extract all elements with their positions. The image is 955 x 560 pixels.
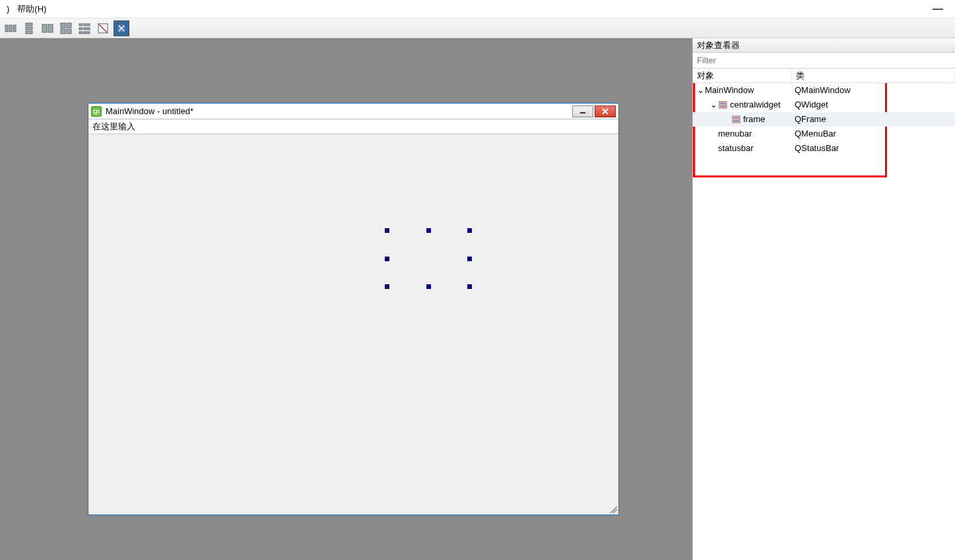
widget-icon — [718, 100, 729, 109]
layout-form-button[interactable] — [77, 20, 92, 36]
window-minimize-fragment — [933, 9, 943, 10]
svg-rect-8 — [61, 23, 65, 28]
designer-canvas-area[interactable]: Qt MainWindow - untitled* 在这里输入 — [0, 38, 692, 560]
svg-rect-26 — [733, 117, 739, 119]
layout-toolbar — [0, 18, 955, 38]
object-inspector-panel: 对象查看器 对象 类 ⌄MainWindowQMainWindow⌄centra… — [692, 38, 955, 560]
layout-split-h-button[interactable] — [40, 20, 55, 36]
svg-rect-22 — [719, 102, 727, 108]
object-filter-input[interactable] — [693, 53, 955, 68]
object-tree-header-class[interactable]: 类 — [792, 69, 955, 82]
object-class-label: QStatusBar — [792, 141, 955, 156]
resize-handle-e[interactable] — [467, 257, 472, 261]
layout-break-button[interactable] — [95, 20, 111, 36]
object-tree-row[interactable]: ⌄MainWindowQMainWindow — [693, 83, 955, 98]
resize-handle-n[interactable] — [426, 228, 431, 233]
object-tree-header[interactable]: 对象 类 — [693, 69, 955, 83]
tree-expander-icon[interactable]: ⌄ — [709, 98, 718, 112]
object-name-label: MainWindow — [705, 83, 754, 98]
svg-rect-16 — [79, 32, 82, 34]
form-preview-window[interactable]: Qt MainWindow - untitled* 在这里输入 — [88, 103, 619, 515]
svg-rect-12 — [79, 24, 82, 26]
preview-close-button[interactable] — [595, 106, 616, 117]
object-class-label: QWidget — [792, 98, 955, 112]
object-tree-row[interactable]: frameQFrame — [693, 112, 955, 127]
svg-rect-25 — [732, 116, 740, 123]
svg-rect-14 — [79, 28, 82, 30]
preview-minimize-button[interactable] — [572, 106, 593, 117]
svg-rect-2 — [13, 25, 16, 32]
resize-handle-se[interactable] — [467, 284, 472, 289]
object-class-label: QMainWindow — [792, 83, 955, 98]
menu-help[interactable]: 帮助(H) — [13, 0, 50, 18]
layout-grid-button[interactable] — [58, 20, 74, 36]
svg-rect-15 — [84, 28, 90, 30]
svg-line-19 — [98, 24, 108, 33]
svg-rect-7 — [48, 24, 53, 32]
layout-vertical-button[interactable] — [21, 20, 37, 36]
tree-expander-icon[interactable]: ⌄ — [696, 83, 705, 98]
form-preview-title: MainWindow - untitled* — [106, 106, 568, 116]
svg-rect-6 — [42, 24, 47, 32]
svg-rect-4 — [26, 27, 32, 30]
svg-rect-1 — [9, 25, 12, 32]
layout-adjust-size-button[interactable] — [114, 20, 129, 36]
svg-rect-3 — [26, 23, 32, 26]
svg-rect-17 — [84, 32, 90, 34]
object-tree-row[interactable]: menubarQMenuBar — [693, 127, 955, 141]
app-menubar: ) 帮助(H) — [0, 0, 955, 18]
form-canvas[interactable] — [88, 134, 618, 514]
object-name-label: menubar — [718, 127, 752, 141]
layout-horizontal-button[interactable] — [3, 20, 18, 36]
svg-rect-27 — [733, 120, 739, 121]
resize-handle-s[interactable] — [426, 284, 431, 289]
svg-rect-11 — [67, 29, 71, 34]
form-resize-grip[interactable] — [608, 504, 617, 513]
svg-rect-23 — [720, 103, 725, 104]
object-tree-header-object[interactable]: 对象 — [693, 69, 792, 82]
menubar-placeholder-text[interactable]: 在这里输入 — [92, 121, 135, 133]
svg-rect-0 — [5, 25, 8, 32]
object-name-label: statusbar — [718, 141, 753, 156]
resize-handle-nw[interactable] — [385, 228, 389, 233]
resize-handle-ne[interactable] — [467, 228, 472, 233]
svg-rect-9 — [67, 23, 71, 28]
svg-rect-24 — [720, 106, 725, 107]
widget-icon — [731, 115, 742, 124]
object-tree[interactable]: 对象 类 ⌄MainWindowQMainWindow⌄centralwidge… — [693, 69, 955, 156]
object-name-label: frame — [743, 112, 765, 127]
resize-handle-sw[interactable] — [385, 284, 389, 289]
qt-icon: Qt — [91, 106, 102, 117]
object-tree-row[interactable]: statusbarQStatusBar — [693, 141, 955, 156]
resize-handle-w[interactable] — [385, 257, 389, 261]
object-class-label: QFrame — [792, 112, 955, 127]
form-preview-titlebar[interactable]: Qt MainWindow - untitled* — [88, 104, 618, 119]
svg-rect-5 — [26, 31, 32, 34]
svg-rect-10 — [61, 29, 65, 34]
object-inspector-title: 对象查看器 — [693, 38, 955, 53]
svg-rect-13 — [84, 24, 90, 26]
object-name-label: centralwidget — [730, 98, 781, 112]
object-tree-row[interactable]: ⌄centralwidgetQWidget — [693, 98, 955, 112]
menu-fragment-left: ) — [3, 0, 13, 18]
form-preview-menubar[interactable]: 在这里输入 — [88, 119, 618, 134]
object-class-label: QMenuBar — [792, 127, 955, 141]
selected-frame-widget[interactable] — [387, 230, 470, 287]
